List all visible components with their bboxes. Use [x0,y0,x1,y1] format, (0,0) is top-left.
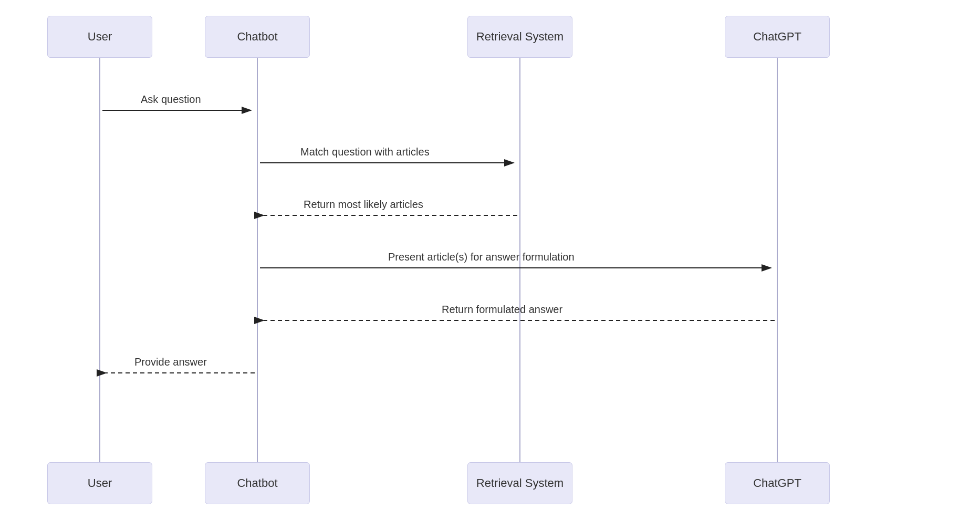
lifeline-chatgpt [777,58,778,462]
actor-bottom-chatgpt: ChatGPT [725,462,830,504]
label-msg4: Present article(s) for answer formulatio… [388,251,575,263]
label-msg6: Provide answer [134,356,207,368]
actor-top-chatbot: Chatbot [205,16,310,58]
label-msg5: Return formulated answer [442,304,562,316]
actor-top-retrieval: Retrieval System [467,16,572,58]
actor-top-chatgpt: ChatGPT [725,16,830,58]
sequence-diagram: UserChatbotRetrieval SystemChatGPTUserCh… [0,0,980,520]
actor-bottom-chatbot: Chatbot [205,462,310,504]
label-msg1: Ask question [141,93,201,106]
actor-bottom-retrieval: Retrieval System [467,462,572,504]
label-msg3: Return most likely articles [304,199,423,211]
actor-top-user: User [47,16,152,58]
label-msg2: Match question with articles [300,146,430,158]
lifeline-chatbot [257,58,258,462]
lifeline-user [99,58,100,462]
actor-bottom-user: User [47,462,152,504]
